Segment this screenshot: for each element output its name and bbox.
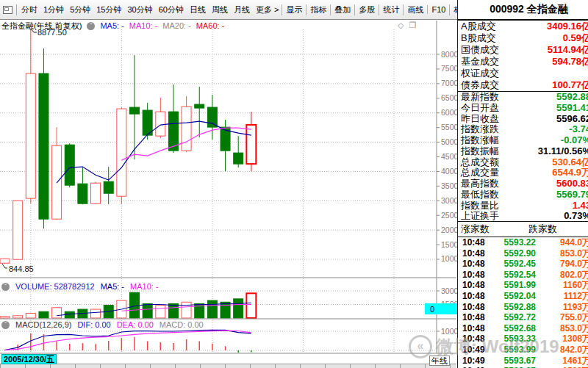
svg-text:30000: 30000	[441, 286, 457, 295]
stat-value: -3.74	[569, 123, 588, 134]
stat-row: B股成交0.59亿	[458, 32, 588, 43]
collapse-main-pane-icon[interactable]: ˇ	[87, 22, 95, 30]
stat-value: 594.78亿	[552, 56, 588, 67]
stat-value: 3409.16亿	[547, 21, 588, 32]
tick-time: 10:49	[462, 344, 485, 356]
stat-label: 基金成交	[461, 56, 499, 67]
stat-value: 5596.62	[556, 113, 588, 124]
svg-text:6500: 6500	[441, 93, 457, 102]
chart-title-row: 全指金融(年线.前复权) ˇ MA5: -MA10: -MA20: -MA60:…	[1, 21, 224, 30]
tick-row: 10:495593.671461万	[458, 356, 588, 367]
tick-volume: 802.0万	[560, 270, 588, 281]
stat-value: 5114.94亿	[548, 44, 588, 55]
stat-label: B股成交	[461, 32, 496, 43]
stat-label: 权证成交	[461, 68, 499, 79]
legend-item: MA10: -	[130, 282, 159, 291]
stat-label: 上证换手	[461, 210, 499, 221]
legend-item: MA20: -	[162, 21, 191, 30]
tick-price: 5593.67	[490, 356, 536, 367]
svg-text:1000: 1000	[441, 254, 457, 263]
svg-text:5500: 5500	[441, 123, 457, 131]
svg-text:7500: 7500	[441, 64, 457, 73]
app-window: 分时1分钟5分钟15分钟30分钟60分钟日线周线月线更多 >显示指标叠加多股统计…	[0, 0, 588, 368]
legend-item: VOLUME: 528782912	[15, 282, 95, 291]
stat-row: 昨日收盘5596.62	[458, 113, 588, 124]
macd-legend: MACD(12,26,9)DIF: 0.00DEA: 0.00MACD: 0.0…	[15, 320, 204, 329]
svg-text:5000: 5000	[441, 137, 457, 146]
stat-value: -0.07%	[561, 134, 588, 145]
advancers-label: 涨家数	[461, 221, 490, 237]
stat-row: 指数量比1.43	[458, 200, 588, 211]
stat-row: 总成交额530.64亿	[458, 156, 588, 167]
svg-text:6000: 6000	[441, 108, 457, 117]
stat-row: 指数涨幅-0.07%	[458, 134, 588, 145]
stat-label: 总成交量	[461, 167, 499, 178]
panel-divider	[458, 20, 588, 21]
stat-label: A股成交	[461, 21, 496, 32]
svg-text:2000: 2000	[441, 226, 457, 234]
tick-volume: 794.0万	[560, 259, 588, 270]
tick-row: 10:485592.041112万	[458, 291, 588, 302]
svg-text:8000: 8000	[441, 50, 457, 59]
stat-label: 指数量比	[461, 200, 499, 211]
stat-label: 指数涨跌	[461, 123, 499, 134]
tick-row: 10:485592.68853.0万	[458, 323, 588, 334]
stat-row: 国债成交5114.94亿	[458, 44, 588, 55]
diamond-icon[interactable]: ◇	[398, 21, 404, 30]
stat-label: 最高指数	[461, 178, 499, 189]
tick-time: 10:48	[462, 302, 485, 313]
stat-row: 债券成交100.77亿	[458, 79, 588, 90]
svg-text:3000: 3000	[441, 196, 457, 205]
svg-text:7000: 7000	[441, 79, 457, 87]
tick-time: 10:48	[462, 237, 485, 248]
tick-price: 5593.99	[490, 344, 536, 356]
tick-row: 10:485592.881193万	[458, 302, 588, 313]
tick-price: 5593.33	[490, 333, 536, 344]
tick-volume: 1193万	[563, 302, 588, 313]
tick-time: 10:48	[462, 270, 485, 281]
svg-text:4000: 4000	[441, 167, 457, 176]
collapse-volume-pane-icon[interactable]: ˇ	[1, 283, 10, 291]
tick-row: 10:485593.331308万	[458, 333, 588, 344]
quote-panel: 000992 全指金融 A股成交3409.16亿B股成交0.59亿国债成交511…	[457, 0, 588, 368]
legend-item: MACD(12,26,9)	[15, 320, 71, 329]
tick-time: 10:48	[462, 291, 485, 302]
stat-value: 6544.9万	[552, 167, 588, 178]
volume-legend: VOLUME: 528782912MA5: -MA10: -	[15, 282, 159, 291]
tick-time: 10:48	[462, 312, 485, 323]
panel-divider	[458, 91, 588, 92]
tick-price: 5592.68	[490, 323, 536, 334]
stat-label: 最低指数	[461, 189, 499, 200]
svg-text:1500: 1500	[441, 240, 457, 249]
chart-corner-icons: ◇ ❐	[398, 21, 416, 30]
tick-price: 5592.88	[490, 302, 536, 313]
tick-price: 5592.54	[490, 270, 536, 281]
tick-row: 10:485592.45794.0万	[458, 259, 588, 270]
stat-row: 权证成交	[458, 68, 588, 79]
stat-row: 总成交量6544.9万	[458, 167, 588, 178]
tick-list[interactable]: 10:485593.22944.0万10:485592.90853.0万10:4…	[458, 237, 588, 368]
period-label[interactable]: 年线	[429, 356, 450, 366]
panel-layout-icon[interactable]: ❐	[409, 21, 416, 30]
svg-text:2500: 2500	[441, 211, 457, 220]
tick-row: 10:485592.72755.0万	[458, 312, 588, 323]
tick-time: 10:48	[462, 323, 485, 334]
chart-title: 全指金融(年线.前复权)	[1, 21, 82, 32]
tick-price: 5592.45	[490, 259, 536, 270]
stat-row: 今日开盘5591.41	[458, 102, 588, 113]
tick-volume: 1461万	[562, 356, 588, 367]
stat-row: 最高指数5600.83	[458, 178, 588, 189]
stat-row: 最新指数5592.88	[458, 91, 588, 102]
tick-volume: 1112万	[564, 291, 588, 302]
legend-item: MA5: -	[101, 282, 124, 291]
tick-time: 10:48	[462, 259, 485, 270]
tick-price: 5592.90	[490, 248, 536, 259]
tick-volume: 853.0万	[560, 248, 588, 259]
stat-value: 31.11/0.56%	[538, 145, 588, 156]
stat-value: 530.64亿	[552, 156, 588, 167]
tick-time: 10:49	[462, 356, 485, 367]
collapse-macd-pane-icon[interactable]: ˇ	[1, 321, 10, 329]
legend-item: MA60: -	[196, 21, 225, 30]
candlestick-chart[interactable]: 8000750070006500600055005000450040003500…	[0, 0, 457, 368]
bottom-axis-strip	[0, 364, 456, 368]
